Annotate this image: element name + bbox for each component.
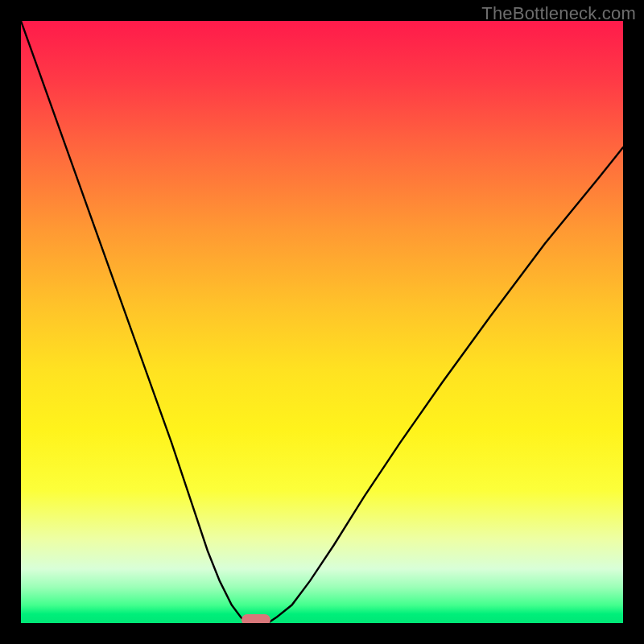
plot-area (21, 21, 623, 623)
curve-right-branch (268, 147, 623, 623)
chart-frame: TheBottleneck.com (0, 0, 644, 644)
curve-left-branch (21, 21, 247, 623)
bottleneck-curve (21, 21, 623, 623)
optimum-marker (242, 614, 270, 623)
